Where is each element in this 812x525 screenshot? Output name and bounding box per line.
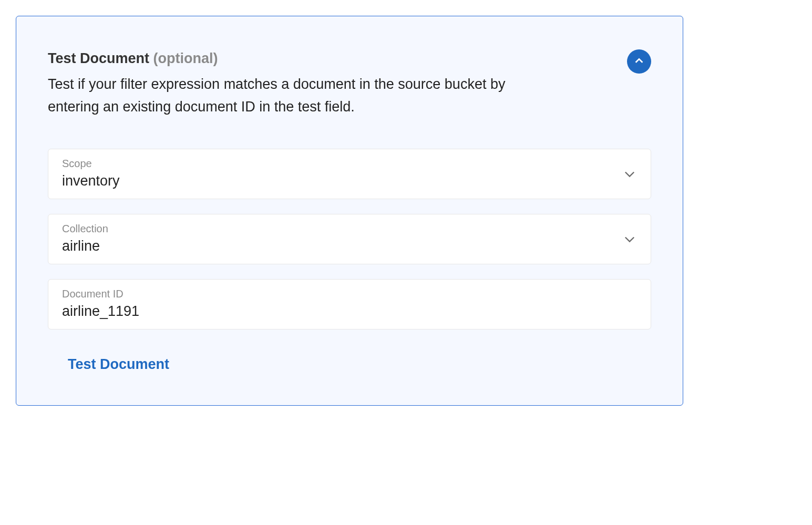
test-document-button[interactable]: Test Document <box>68 353 169 376</box>
collection-label: Collection <box>62 223 637 235</box>
chevron-up-icon <box>633 55 645 68</box>
panel-title: Test Document (optional) <box>48 50 627 67</box>
document-id-value: airline_1191 <box>62 303 637 320</box>
document-id-label: Document ID <box>62 288 637 300</box>
document-id-input[interactable]: Document ID airline_1191 <box>48 279 651 330</box>
chevron-down-icon <box>622 232 637 246</box>
scope-label: Scope <box>62 158 637 170</box>
test-document-panel: Test Document (optional) Test if your fi… <box>16 16 683 406</box>
chevron-down-icon <box>622 167 637 181</box>
form-fields: Scope inventory Collection airline Docum… <box>48 149 651 330</box>
panel-header: Test Document (optional) Test if your fi… <box>48 50 651 118</box>
panel-description: Test if your filter expression matches a… <box>48 73 552 118</box>
collection-select[interactable]: Collection airline <box>48 214 651 264</box>
panel-optional-label: (optional) <box>153 50 218 66</box>
panel-title-text: Test Document <box>48 50 149 66</box>
scope-value: inventory <box>62 173 637 189</box>
scope-select[interactable]: Scope inventory <box>48 149 651 199</box>
collection-value: airline <box>62 238 637 254</box>
panel-title-row: Test Document (optional) Test if your fi… <box>48 50 627 118</box>
collapse-button[interactable] <box>627 49 651 74</box>
